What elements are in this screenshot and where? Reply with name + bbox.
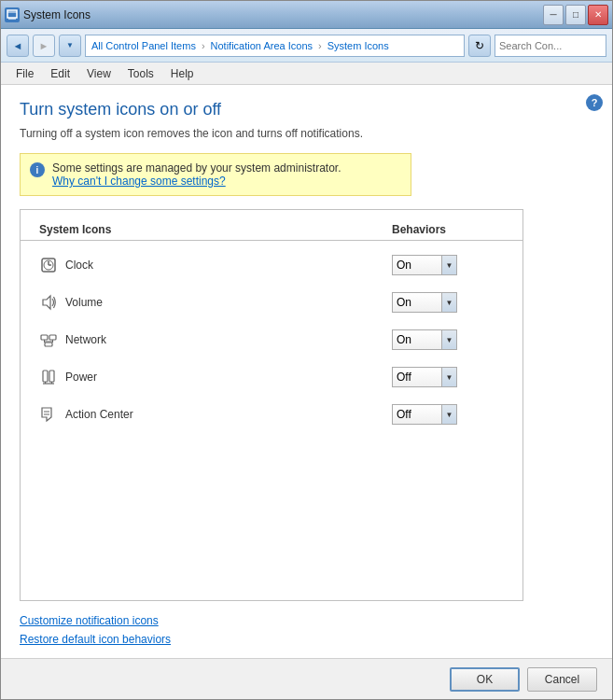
info-message: Some settings are managed by your system… (52, 161, 341, 175)
power-dropdown-value: Off (397, 371, 441, 384)
clock-dropdown[interactable]: On ▼ (392, 255, 457, 275)
table-row: Volume On ▼ (21, 284, 522, 321)
action-center-behavior: Off ▼ (392, 404, 504, 425)
svg-rect-0 (7, 10, 17, 18)
clock-dropdown-value: On (397, 259, 441, 272)
network-cell: Network (39, 330, 392, 349)
page-title: Turn system icons on or off (20, 100, 593, 119)
clock-icon (39, 256, 58, 274)
svg-rect-10 (45, 343, 52, 346)
volume-cell: Volume (39, 293, 392, 312)
volume-icon (39, 293, 58, 312)
table-row: Power Off ▼ (21, 358, 522, 396)
clock-cell: Clock (39, 256, 392, 274)
power-cell: Power (39, 368, 392, 386)
network-dropdown[interactable]: On ▼ (392, 329, 457, 350)
volume-behavior: On ▼ (392, 292, 504, 313)
title-bar-left: System Icons (5, 7, 91, 22)
action-center-cell: Action Center (39, 405, 392, 424)
restore-link[interactable]: Restore default icon behaviors (20, 633, 593, 646)
page-subtitle: Turning off a system icon removes the ic… (20, 127, 593, 140)
search-input[interactable] (499, 40, 613, 51)
svg-marker-7 (43, 296, 50, 309)
customize-link[interactable]: Customize notification icons (20, 614, 593, 627)
clock-behavior: On ▼ (392, 255, 504, 275)
menu-bar: File Edit View Tools Help (1, 63, 612, 85)
system-icons-panel: System Icons Behaviors (20, 209, 523, 601)
search-box[interactable]: 🔍 (495, 35, 606, 57)
action-center-dropdown[interactable]: Off ▼ (392, 404, 457, 425)
table-header: System Icons Behaviors (21, 219, 522, 241)
breadcrumb-system-icons[interactable]: System Icons (327, 40, 389, 51)
ok-button[interactable]: OK (450, 667, 520, 692)
menu-view[interactable]: View (79, 65, 118, 82)
clock-dropdown-arrow: ▼ (441, 256, 456, 274)
network-label: Network (65, 333, 106, 346)
address-bar: ◄ ► ▼ All Control Panel Items › Notifica… (1, 29, 612, 63)
power-icon (39, 368, 58, 386)
menu-help[interactable]: Help (163, 65, 202, 82)
col-system-icons: System Icons (39, 223, 392, 236)
menu-edit[interactable]: Edit (43, 65, 77, 82)
info-icon: i (30, 162, 45, 177)
breadcrumb-path: All Control Panel Items › Notification A… (91, 40, 389, 51)
clock-label: Clock (65, 259, 93, 272)
footer: OK Cancel (1, 658, 612, 699)
info-box: i Some settings are managed by your syst… (20, 153, 411, 196)
power-label: Power (65, 371, 97, 384)
main-content: ? Turn system icons on or off Turning of… (1, 85, 612, 658)
power-dropdown[interactable]: Off ▼ (392, 367, 457, 387)
breadcrumb-notification[interactable]: Notification Area Icons (211, 40, 313, 51)
network-icon (39, 330, 58, 349)
dropdown-button[interactable]: ▼ (59, 35, 81, 57)
window-title: System Icons (23, 8, 91, 21)
volume-dropdown[interactable]: On ▼ (392, 292, 457, 313)
power-dropdown-arrow: ▼ (441, 368, 456, 386)
svg-rect-2 (8, 18, 16, 20)
col-behaviors: Behaviors (392, 223, 504, 236)
title-bar-controls: ─ □ ✕ (543, 5, 608, 25)
maximize-button[interactable]: □ (565, 5, 586, 25)
breadcrumb-control-panel[interactable]: All Control Panel Items (91, 40, 196, 51)
network-dropdown-arrow: ▼ (441, 330, 456, 349)
network-dropdown-value: On (397, 333, 441, 346)
cancel-button[interactable]: Cancel (527, 667, 597, 692)
menu-tools[interactable]: Tools (120, 65, 161, 82)
main-window: System Icons ─ □ ✕ ◄ ► ▼ All Control Pan… (0, 0, 613, 700)
action-center-dropdown-arrow: ▼ (441, 405, 456, 424)
action-center-label: Action Center (65, 408, 133, 421)
svg-rect-8 (41, 335, 48, 340)
close-button[interactable]: ✕ (588, 5, 608, 25)
action-center-dropdown-value: Off (397, 408, 441, 421)
table-row: Network On ▼ (21, 321, 522, 358)
table-row: Action Center Off ▼ (21, 396, 522, 433)
settings-link[interactable]: Why can't I change some settings? (52, 175, 341, 188)
address-field[interactable]: All Control Panel Items › Notification A… (85, 35, 465, 57)
volume-dropdown-value: On (397, 296, 441, 309)
title-bar: System Icons ─ □ ✕ (1, 1, 612, 29)
menu-file[interactable]: File (8, 65, 41, 82)
icons-panel-scrollable[interactable]: System Icons Behaviors (21, 210, 522, 600)
bottom-links: Customize notification icons Restore def… (20, 614, 593, 646)
refresh-button[interactable]: ↻ (468, 35, 491, 57)
minimize-button[interactable]: ─ (543, 5, 564, 25)
volume-label: Volume (65, 296, 103, 309)
svg-rect-14 (43, 371, 48, 382)
volume-dropdown-arrow: ▼ (441, 293, 456, 312)
svg-rect-15 (49, 371, 54, 382)
back-button[interactable]: ◄ (7, 35, 29, 57)
network-behavior: On ▼ (392, 329, 504, 350)
action-center-icon (39, 405, 58, 424)
info-content: Some settings are managed by your system… (52, 161, 341, 188)
svg-rect-9 (49, 335, 56, 340)
help-button[interactable]: ? (586, 94, 603, 111)
window-icon (5, 7, 20, 22)
power-behavior: Off ▼ (392, 367, 504, 387)
forward-button[interactable]: ► (33, 35, 55, 57)
table-row: Clock On ▼ (21, 246, 522, 284)
